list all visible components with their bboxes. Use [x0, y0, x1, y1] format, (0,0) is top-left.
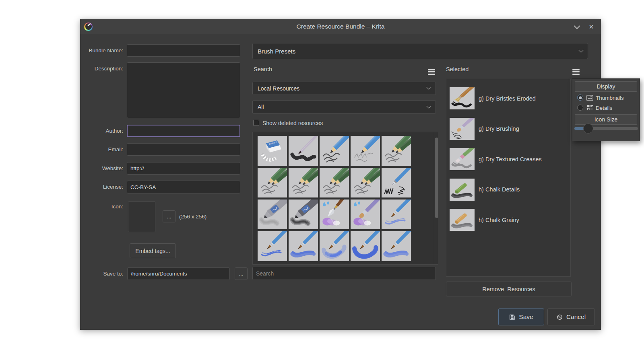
- remove-resources-button[interactable]: Remove Resources: [446, 282, 572, 296]
- selected-filter-menu-button[interactable]: [572, 69, 580, 75]
- selected-resource-thumbnail: [450, 87, 475, 109]
- tag-filter-dropdown[interactable]: All: [252, 100, 436, 114]
- website-label: Website:: [83, 165, 123, 171]
- resource-grid: ERASER: [252, 132, 438, 265]
- desktop: Create Resource Bundle – Krita Bundle Na…: [0, 0, 644, 362]
- chevron-down-icon: [426, 103, 431, 109]
- resource-thumbnail-bundle[interactable]: [258, 168, 287, 197]
- selected-resource-item[interactable]: h) Chalk Grainy: [446, 205, 570, 235]
- details-view-icon: [587, 105, 593, 111]
- save-to-input[interactable]: [127, 267, 230, 280]
- search-section-label: Search: [254, 66, 272, 72]
- icon-size-section-header: Icon Size: [575, 114, 637, 125]
- chevron-down-icon: [426, 84, 431, 90]
- thumbnails-option-label[interactable]: Thumbnails: [596, 95, 624, 101]
- details-option-label[interactable]: Details: [596, 105, 612, 111]
- icon-browse-button[interactable]: ...: [163, 210, 175, 222]
- shade-window-button[interactable]: [572, 23, 582, 31]
- resource-thumbnail-bundle[interactable]: [320, 168, 349, 197]
- selected-resource-thumbnail: [450, 118, 475, 140]
- save-to-label: Save to:: [83, 271, 123, 277]
- selected-resources-list: g) Dry Bristles Erodedg) Dry Brushingg) …: [446, 79, 571, 277]
- details-radio[interactable]: [577, 105, 583, 111]
- grid-scroll-divider: [434, 132, 434, 264]
- icon-size-slider-handle[interactable]: [583, 123, 593, 134]
- grid-scrollbar-thumb[interactable]: [435, 138, 438, 218]
- close-window-button[interactable]: [586, 23, 596, 31]
- resource-thumbnail-brush[interactable]: [320, 231, 349, 261]
- resource-thumbnail-bundle[interactable]: [289, 168, 318, 197]
- resource-thumbnail-pencil[interactable]: [320, 136, 349, 166]
- resource-thumbnail-brush[interactable]: [382, 231, 411, 261]
- resource-thumbnail-marker[interactable]: [289, 200, 318, 229]
- selected-resource-label: h) Chalk Grainy: [479, 217, 519, 223]
- save-to-browse-button[interactable]: ...: [235, 267, 248, 280]
- email-input[interactable]: [127, 143, 240, 156]
- resource-thumbnail-ink[interactable]: [289, 136, 318, 166]
- resource-type-dropdown[interactable]: Brush Presets: [252, 43, 588, 59]
- window-title: Create Resource Bundle – Krita: [80, 23, 601, 30]
- resource-source-dropdown[interactable]: Local Resources: [252, 82, 436, 95]
- show-deleted-label: Show deleted resources: [262, 120, 323, 126]
- display-section-header: Display: [575, 81, 637, 92]
- selected-section-label: Selected: [446, 66, 469, 72]
- bundle-name-label: Bundle Name:: [83, 47, 123, 53]
- email-label: Email:: [83, 146, 123, 152]
- chevron-down-icon: [574, 23, 580, 29]
- bundle-name-input[interactable]: [127, 44, 240, 57]
- slash-circle-icon: [557, 314, 563, 320]
- show-deleted-checkbox[interactable]: [253, 120, 259, 126]
- license-label: License:: [83, 184, 123, 190]
- icon-size-slider[interactable]: [574, 127, 638, 130]
- description-textarea[interactable]: [127, 62, 240, 118]
- thumbnails-radio[interactable]: [577, 95, 583, 101]
- chevron-down-icon: [578, 47, 584, 53]
- resource-thumbnail-pen[interactable]: [382, 168, 411, 197]
- resource-thumbnail-brush[interactable]: [382, 200, 411, 229]
- save-button[interactable]: Save: [498, 309, 544, 325]
- license-input[interactable]: [127, 181, 240, 193]
- thumbnails-view-icon: [586, 95, 593, 101]
- resource-search-input[interactable]: [252, 267, 436, 280]
- selected-resource-item[interactable]: g) Dry Brushing: [446, 114, 570, 144]
- selected-resource-label: h) Chalk Details: [479, 186, 520, 193]
- resource-thumbnail-brush[interactable]: [351, 231, 380, 261]
- display-options-popup: Display Thumbnails Details Icon Size: [572, 78, 640, 141]
- resource-thumbnail-bundle[interactable]: [382, 136, 411, 166]
- resource-type-value: Brush Presets: [258, 48, 295, 55]
- selected-resource-label: g) Dry Bristles Eroded: [479, 95, 536, 102]
- save-label: Save: [519, 313, 533, 321]
- resource-thumbnail-pencil[interactable]: [351, 136, 380, 166]
- cancel-button[interactable]: Cancel: [547, 309, 595, 325]
- selected-resource-thumbnail: [450, 179, 475, 201]
- icon-preview[interactable]: [128, 202, 155, 232]
- resource-thumbnail-knife[interactable]: [320, 200, 349, 229]
- selected-resource-item[interactable]: h) Chalk Details: [446, 175, 570, 205]
- icon-label: Icon:: [83, 204, 123, 210]
- create-resource-bundle-dialog: Create Resource Bundle – Krita Bundle Na…: [80, 19, 601, 330]
- icon-size-hint: (256 x 256): [179, 214, 206, 220]
- selected-resource-thumbnail: [450, 209, 475, 231]
- resource-thumbnail-bundle[interactable]: [351, 168, 380, 197]
- author-input[interactable]: [127, 125, 240, 137]
- selected-resource-item[interactable]: g) Dry Textured Creases: [446, 144, 570, 174]
- resource-thumbnail-round[interactable]: [351, 200, 380, 229]
- selected-resource-thumbnail: [450, 148, 475, 170]
- remove-resources-label: Remove Resources: [482, 286, 535, 292]
- selected-resource-label: g) Dry Textured Creases: [479, 156, 542, 162]
- author-label: Author:: [83, 128, 123, 134]
- tag-filter-value: All: [258, 104, 264, 110]
- embed-tags-button[interactable]: Embed tags...: [130, 243, 176, 258]
- resource-thumbnail-brush[interactable]: [289, 231, 318, 261]
- resource-thumbnail-brush[interactable]: [258, 231, 287, 261]
- resource-thumbnail-eraser[interactable]: ERASER: [258, 136, 287, 166]
- titlebar[interactable]: Create Resource Bundle – Krita: [80, 19, 601, 35]
- description-label: Description:: [83, 66, 123, 72]
- selected-resource-label: g) Dry Brushing: [479, 125, 519, 132]
- selected-resource-item[interactable]: g) Dry Bristles Eroded: [446, 83, 570, 113]
- resource-source-value: Local Resources: [258, 85, 299, 92]
- resource-thumbnail-marker[interactable]: [258, 200, 287, 229]
- website-input[interactable]: [127, 162, 240, 175]
- cancel-label: Cancel: [566, 313, 586, 321]
- available-filter-menu-button[interactable]: [428, 69, 435, 75]
